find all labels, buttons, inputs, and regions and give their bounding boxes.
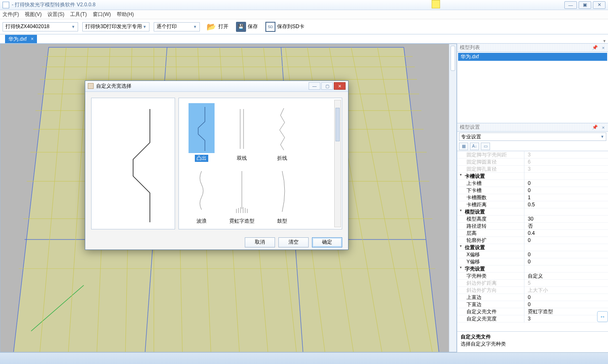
teamviewer-icon[interactable]: ↔ bbox=[597, 311, 608, 322]
close-button[interactable]: ✕ bbox=[593, 1, 605, 9]
property-group-header[interactable]: 卡槽设置 bbox=[457, 173, 608, 180]
menu-help[interactable]: 帮助(H) bbox=[117, 11, 134, 18]
property-page-icon[interactable]: ▭ bbox=[481, 143, 490, 150]
property-row[interactable]: 下卡槽0 bbox=[457, 187, 608, 194]
property-value[interactable]: 0.4 bbox=[524, 230, 608, 236]
maximize-button[interactable]: ▣ bbox=[579, 1, 591, 9]
menu-view[interactable]: 视图(V) bbox=[25, 11, 42, 18]
dialog-close-button[interactable]: ✕ bbox=[334, 82, 346, 90]
menu-settings[interactable]: 设置(S) bbox=[47, 11, 64, 18]
property-row[interactable]: 自定义壳文件霓虹字造型 bbox=[457, 308, 608, 315]
dialog-buttons: 取消 清空 确定 bbox=[85, 235, 348, 250]
property-value[interactable]: 霓虹字造型 bbox=[524, 308, 608, 315]
scrollbar-thumb[interactable] bbox=[451, 46, 455, 71]
property-row: 固定脚孔直径3 bbox=[457, 166, 608, 173]
property-row[interactable]: 字壳种类自定义 bbox=[457, 273, 608, 280]
property-value[interactable]: 0 bbox=[524, 180, 608, 186]
property-row[interactable]: 路径逆转否 bbox=[457, 223, 608, 230]
property-row[interactable]: Y偏移0 bbox=[457, 258, 608, 265]
menu-window[interactable]: 窗口(W) bbox=[93, 11, 111, 18]
property-row[interactable]: 模型高度30 bbox=[457, 216, 608, 223]
settings-mode-combo[interactable]: 专业设置 ▼ bbox=[459, 133, 606, 141]
property-key: 下卡槽 bbox=[457, 187, 524, 194]
close-panel-icon[interactable]: × bbox=[601, 125, 605, 130]
property-value[interactable]: 1 bbox=[524, 195, 608, 200]
pin-icon[interactable]: 📌 bbox=[591, 125, 599, 130]
ok-button[interactable]: 确定 bbox=[312, 237, 342, 247]
save-sd-button[interactable]: SD 保存到SD卡 bbox=[264, 21, 306, 32]
profile-combo[interactable]: 打得快3D打印发光字专用▼ bbox=[82, 22, 149, 31]
clear-button[interactable]: 清空 bbox=[278, 237, 309, 247]
property-grid[interactable]: 固定脚与字壳间距3固定脚圆直径6固定脚孔直径3卡槽设置上卡槽0下卡槽0卡槽圈数1… bbox=[457, 151, 608, 331]
property-group-header[interactable]: 字壳设置 bbox=[457, 265, 608, 273]
close-tab-icon[interactable]: × bbox=[31, 36, 34, 42]
open-button[interactable]: 📂 打开 bbox=[204, 21, 230, 32]
property-value: 6 bbox=[524, 159, 608, 165]
floppy-icon: 💾 bbox=[236, 22, 246, 32]
property-key: 固定脚与字壳间距 bbox=[457, 151, 524, 159]
open-label: 打开 bbox=[218, 23, 228, 30]
gallery-scrollbar[interactable] bbox=[334, 100, 341, 227]
scrollbar-thumb[interactable] bbox=[335, 108, 340, 141]
dialog-titlebar[interactable]: 自定义壳宽选择 — ▢ ✕ bbox=[85, 81, 348, 92]
property-key: 模型设置 bbox=[457, 208, 524, 216]
close-panel-icon[interactable]: × bbox=[601, 45, 605, 50]
property-group-header[interactable]: 位置设置 bbox=[457, 244, 608, 251]
dialog-minimize-button[interactable]: — bbox=[309, 82, 320, 90]
document-tab[interactable]: 华为.dxf × bbox=[5, 35, 37, 43]
chevron-down-icon: ▼ bbox=[193, 25, 197, 29]
gallery-item-neon[interactable]: 霓虹字造型 bbox=[222, 164, 262, 226]
property-key: 自定义壳文件 bbox=[457, 308, 524, 315]
menu-tools[interactable]: 工具(T) bbox=[70, 11, 86, 18]
property-value[interactable]: 0 bbox=[524, 302, 608, 307]
printmode-combo[interactable]: 逐个打印▼ bbox=[154, 22, 200, 31]
property-value[interactable]: 0 bbox=[524, 252, 608, 257]
property-group-header[interactable]: 模型设置 bbox=[457, 208, 608, 216]
gallery-item-bulge[interactable]: 凸出 bbox=[181, 101, 222, 164]
sd-card-icon: SD bbox=[265, 22, 275, 32]
gallery-item-double[interactable]: 双线 bbox=[222, 101, 262, 164]
footer-desc: 选择自定义字壳种类 bbox=[461, 341, 605, 348]
property-value[interactable]: 0 bbox=[524, 294, 608, 300]
gallery-item-wave[interactable]: 波浪 bbox=[181, 164, 222, 226]
cancel-button[interactable]: 取消 bbox=[245, 237, 275, 247]
viewport-scrollbar[interactable] bbox=[449, 44, 456, 352]
gallery-item-poly[interactable]: 折线 bbox=[262, 101, 302, 164]
model-list-item[interactable]: 华为.dxf bbox=[458, 53, 607, 61]
property-value: 5 bbox=[524, 280, 608, 286]
machine-combo[interactable]: 打得快ZX40402018▼ bbox=[3, 22, 78, 31]
property-row[interactable]: 下直边0 bbox=[457, 301, 608, 308]
tab-overflow-icon[interactable]: ▼ bbox=[603, 39, 606, 43]
property-key: 字壳种类 bbox=[457, 273, 524, 280]
property-row[interactable]: 自定义壳宽度3 bbox=[457, 315, 608, 322]
property-row[interactable]: 上卡槽0 bbox=[457, 180, 608, 187]
save-button[interactable]: 💾 保存 bbox=[234, 21, 259, 32]
property-value[interactable]: 0 bbox=[524, 259, 608, 265]
dialog-icon bbox=[88, 83, 94, 89]
property-row[interactable]: X偏移0 bbox=[457, 251, 608, 258]
pin-icon[interactable]: 📌 bbox=[591, 45, 599, 50]
property-row[interactable]: 卡槽圈数1 bbox=[457, 194, 608, 201]
property-value[interactable]: 0 bbox=[524, 187, 608, 193]
model-list[interactable]: 华为.dxf bbox=[457, 52, 608, 123]
categorize-icon[interactable]: ▦ bbox=[459, 143, 468, 150]
property-key: 下直边 bbox=[457, 301, 524, 308]
property-value[interactable]: 0.5 bbox=[524, 202, 608, 208]
sort-az-icon[interactable]: A↓ bbox=[470, 143, 479, 150]
property-value[interactable]: 0 bbox=[524, 237, 608, 243]
property-value[interactable]: 3 bbox=[524, 316, 608, 322]
dialog-gallery[interactable]: 凸出 双线 折线 波浪 霓虹字造型 鼓型 bbox=[178, 98, 342, 229]
gallery-item-drum[interactable]: 鼓型 bbox=[262, 164, 302, 226]
dialog-maximize-button[interactable]: ▢ bbox=[321, 82, 333, 90]
minimize-button[interactable]: — bbox=[564, 1, 577, 9]
property-value[interactable]: 自定义 bbox=[524, 273, 608, 280]
property-row[interactable]: 轮廓外扩0 bbox=[457, 237, 608, 244]
property-value[interactable]: 30 bbox=[524, 216, 608, 222]
menu-file[interactable]: 文件(F) bbox=[3, 11, 19, 18]
property-row[interactable]: 卡槽距离0.5 bbox=[457, 201, 608, 208]
property-value[interactable]: 否 bbox=[524, 223, 608, 230]
property-key: 斜边外扩距离 bbox=[457, 280, 524, 287]
property-row[interactable]: 层高0.4 bbox=[457, 230, 608, 237]
property-key: 卡槽圈数 bbox=[457, 194, 524, 201]
property-row[interactable]: 上直边0 bbox=[457, 294, 608, 301]
